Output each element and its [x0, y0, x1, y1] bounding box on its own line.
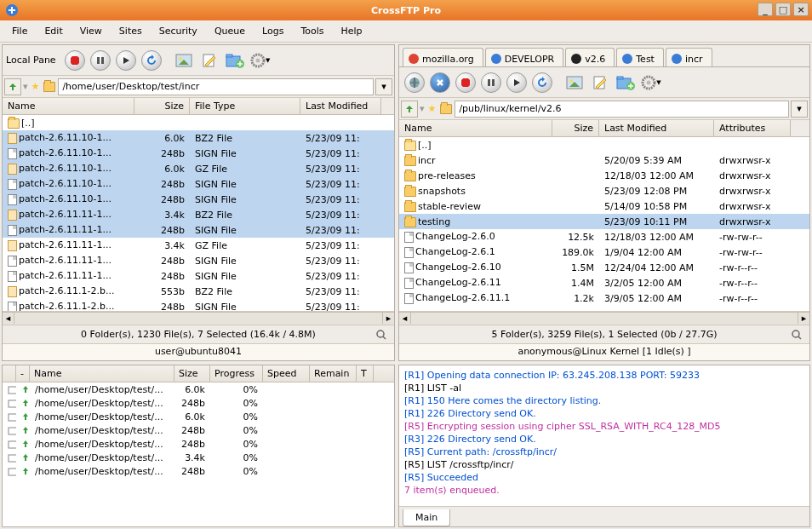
- queue-body[interactable]: /home/user/Desktop/test/...6.0k0%/home/u…: [3, 382, 394, 526]
- abort-button[interactable]: [454, 71, 477, 95]
- remote-file-table[interactable]: NameSizeLast ModifiedAttributes[..]incr5…: [399, 120, 809, 312]
- column-attributes[interactable]: Attributes: [714, 120, 791, 136]
- stop-button[interactable]: [63, 49, 87, 72]
- table-row[interactable]: patch-2.6.11.10-1...6.0kGZ File5/23/09 1…: [3, 161, 394, 176]
- column-last-modified[interactable]: Last Modified: [300, 98, 381, 114]
- table-row[interactable]: patch-2.6.11.11-1...3.4kGZ File5/23/09 1…: [3, 238, 394, 253]
- remote-settings-button[interactable]: ▼: [639, 71, 663, 95]
- connect-button[interactable]: [403, 71, 426, 95]
- play-button[interactable]: [114, 49, 138, 72]
- tab-v2-6[interactable]: v2.6: [565, 48, 615, 66]
- table-row[interactable]: testing5/23/09 10:11 PMdrwxrwsr-x: [399, 214, 809, 229]
- maximize-button[interactable]: □: [775, 3, 791, 16]
- table-row[interactable]: patch-2.6.11.10-1...248bSIGN File5/23/09…: [3, 146, 394, 161]
- table-row[interactable]: ChangeLog-2.6.012.5k12/18/03 12:00 AM-rw…: [399, 229, 809, 244]
- queue-row[interactable]: /home/user/Desktop/test/...248b0%: [3, 396, 394, 410]
- pause-button[interactable]: [89, 49, 112, 72]
- file-icon: [8, 286, 17, 297]
- path-dropdown[interactable]: ▾: [375, 78, 392, 95]
- queue-row[interactable]: /home/user/Desktop/test/...248b0%: [3, 423, 394, 437]
- queue-row[interactable]: /home/user/Desktop/test/...6.0k0%: [3, 410, 394, 423]
- queue-col[interactable]: [3, 365, 16, 382]
- queue-col[interactable]: Size: [174, 365, 210, 382]
- queue-row[interactable]: /home/user/Desktop/test/...248b0%: [3, 437, 394, 451]
- settings-button[interactable]: ▼: [249, 49, 272, 72]
- queue-col[interactable]: Progress: [210, 365, 263, 382]
- table-row[interactable]: patch-2.6.11.1-2.b...248bSIGN File5/23/0…: [3, 299, 394, 312]
- table-row[interactable]: [..]: [399, 137, 809, 152]
- tab-mozilla-org[interactable]: mozilla.org: [403, 48, 483, 66]
- table-row[interactable]: patch-2.6.11.10-1...248bSIGN File5/23/09…: [3, 176, 394, 192]
- close-button[interactable]: ×: [793, 3, 809, 16]
- table-row[interactable]: patch-2.6.11.11-1...248bSIGN File5/23/09…: [3, 253, 394, 268]
- remote-path-dropdown[interactable]: ▾: [791, 101, 808, 118]
- remote-hscroll[interactable]: ◂ ▸: [399, 312, 809, 325]
- column-name[interactable]: Name: [399, 120, 552, 136]
- menu-edit[interactable]: Edit: [36, 22, 71, 40]
- queue-row[interactable]: /home/user/Desktop/test/...6.0k0%: [3, 382, 394, 396]
- queue-col[interactable]: Remain: [310, 365, 357, 382]
- queue-row[interactable]: /home/user/Desktop/test/...248b0%: [3, 464, 394, 478]
- local-file-table[interactable]: NameSizeFile TypeLast Modified[..]patch-…: [3, 98, 394, 312]
- menu-file[interactable]: File: [3, 22, 36, 40]
- remote-refresh-button[interactable]: [530, 71, 554, 95]
- queue-col[interactable]: Speed: [263, 365, 310, 382]
- menu-logs[interactable]: Logs: [254, 22, 292, 40]
- menu-queue[interactable]: Queue: [206, 22, 254, 40]
- remote-pause-button[interactable]: [479, 71, 503, 95]
- column-file-type[interactable]: File Type: [190, 98, 300, 114]
- remote-new-folder-button[interactable]: [614, 71, 638, 95]
- table-row[interactable]: stable-review5/14/09 10:58 PMdrwxrwsr-x: [399, 198, 809, 214]
- table-row[interactable]: patch-2.6.11.1-2.b...553bBZ2 File5/23/09…: [3, 284, 394, 299]
- queue-row[interactable]: /home/user/Desktop/test/...3.4k0%: [3, 451, 394, 464]
- remote-search-icon[interactable]: [791, 329, 803, 341]
- table-row[interactable]: snapshots5/23/09 12:08 PMdrwxrwsr-x: [399, 183, 809, 198]
- disconnect-button[interactable]: [428, 71, 452, 95]
- minimize-button[interactable]: _: [758, 3, 773, 16]
- tab-incr[interactable]: incr: [666, 48, 712, 66]
- search-icon[interactable]: [375, 329, 387, 341]
- new-folder-button[interactable]: [223, 49, 247, 72]
- queue-col[interactable]: Name: [30, 365, 174, 382]
- column-size[interactable]: Size: [552, 120, 599, 136]
- tab-developr[interactable]: DEVELOPR: [485, 48, 564, 66]
- remote-image-button[interactable]: [563, 71, 586, 95]
- table-row[interactable]: patch-2.6.11.11-1...248bSIGN File5/23/09…: [3, 222, 394, 238]
- table-row[interactable]: patch-2.6.11.11-1...3.4kBZ2 File5/23/09 …: [3, 207, 394, 222]
- table-row[interactable]: patch-2.6.11.11-1...248bSIGN File5/23/09…: [3, 268, 394, 284]
- remote-path-input[interactable]: [455, 101, 789, 118]
- tab-test[interactable]: Test: [616, 48, 664, 66]
- menu-security[interactable]: Security: [151, 22, 206, 40]
- column-name[interactable]: Name: [3, 98, 134, 114]
- menu-sites[interactable]: Sites: [111, 22, 151, 40]
- up-button[interactable]: [4, 78, 21, 95]
- table-row[interactable]: incr5/20/09 5:39 AMdrwxrwsr-x: [399, 152, 809, 168]
- table-row[interactable]: patch-2.6.11.10-1...248bSIGN File5/23/09…: [3, 192, 394, 207]
- table-row[interactable]: ChangeLog-2.6.101.5M12/24/04 12:00 AM-rw…: [399, 260, 809, 275]
- column-size[interactable]: Size: [134, 98, 190, 114]
- log-body[interactable]: [R1] Opening data connection IP: 63.245.…: [399, 365, 809, 506]
- image-button[interactable]: [172, 49, 196, 72]
- menu-view[interactable]: View: [71, 22, 111, 40]
- local-hscroll[interactable]: ◂ ▸: [3, 312, 394, 325]
- log-tab-main[interactable]: Main: [403, 509, 450, 526]
- remote-up-button[interactable]: [401, 101, 418, 118]
- table-row[interactable]: ChangeLog-2.6.111.4M3/2/05 12:00 AM-rw-r…: [399, 275, 809, 290]
- queue-col[interactable]: -: [16, 365, 30, 382]
- table-row[interactable]: pre-releases12/18/03 12:00 AMdrwxrwsr-x: [399, 168, 809, 183]
- bookmark-icon[interactable]: ★: [31, 81, 40, 92]
- refresh-button[interactable]: [140, 49, 163, 72]
- edit-button[interactable]: [197, 49, 221, 72]
- remote-bookmark-icon[interactable]: ★: [428, 103, 437, 114]
- table-row[interactable]: ChangeLog-2.6.1189.0k1/9/04 12:00 AM-rw-…: [399, 244, 809, 260]
- menu-tools[interactable]: Tools: [292, 22, 332, 40]
- menu-help[interactable]: Help: [333, 22, 371, 40]
- table-row[interactable]: [..]: [3, 115, 394, 130]
- table-row[interactable]: patch-2.6.11.10-1...6.0kBZ2 File5/23/09 …: [3, 130, 394, 146]
- table-row[interactable]: ChangeLog-2.6.11.11.2k3/9/05 12:00 AM-rw…: [399, 290, 809, 306]
- local-path-input[interactable]: [58, 78, 374, 95]
- remote-edit-button[interactable]: [588, 71, 612, 95]
- queue-col[interactable]: T: [357, 365, 374, 382]
- remote-play-button[interactable]: [505, 71, 529, 95]
- column-last-modified[interactable]: Last Modified: [599, 120, 714, 136]
